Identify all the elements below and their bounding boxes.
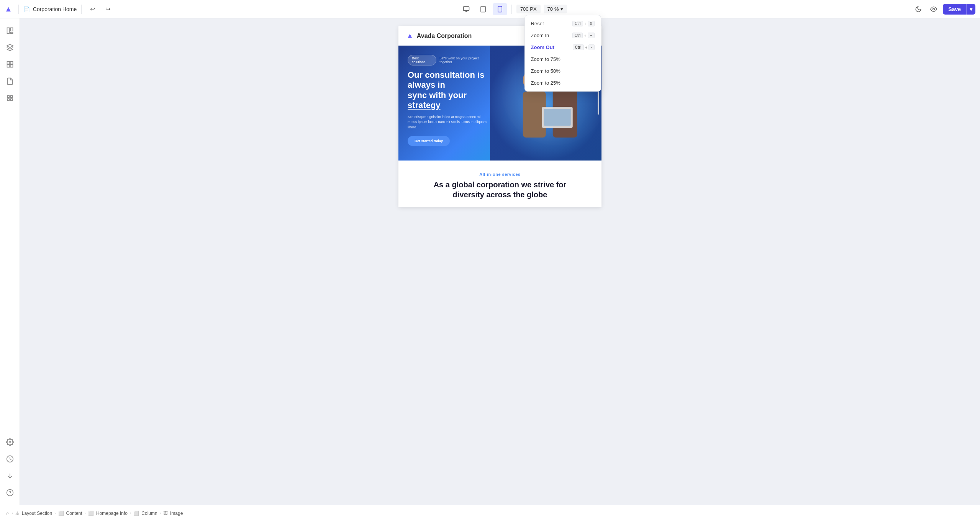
topbar-divider-1 xyxy=(18,5,19,14)
sidebar-item-elements[interactable] xyxy=(2,57,18,72)
preview-button[interactable] xyxy=(928,3,940,15)
breadcrumb-item-layout-section[interactable]: ⚠ Layout Section xyxy=(15,511,52,516)
sidebar-item-help[interactable] xyxy=(2,485,18,500)
sidebar xyxy=(0,18,20,505)
svg-rect-14 xyxy=(7,65,10,67)
breadcrumb-image-icon: 🖼 xyxy=(163,511,168,516)
save-button-group[interactable]: Save ▾ xyxy=(943,4,975,15)
save-button[interactable]: Save xyxy=(943,4,966,15)
file-icon: 📄 xyxy=(23,6,30,12)
mobile-view-button[interactable] xyxy=(493,3,507,15)
breadcrumb-homepage-label: Homepage Info xyxy=(96,511,128,516)
preview-logo-text: Avada Corporation xyxy=(417,33,472,39)
services-section: All-in-one services As a global corporat… xyxy=(398,161,601,207)
zoom-out[interactable]: Zoom Out Ctrl + - xyxy=(525,41,601,53)
svg-point-16 xyxy=(9,441,11,443)
zoom-chevron-icon: ▾ xyxy=(560,6,563,12)
svg-rect-9 xyxy=(10,28,13,31)
sidebar-item-pages[interactable] xyxy=(2,74,18,89)
zoom-75-label: Zoom to 75% xyxy=(531,56,560,62)
services-title: As a global corporation we strive for di… xyxy=(408,180,592,200)
breadcrumb-sep-3: › xyxy=(130,511,131,515)
topbar-divider-3 xyxy=(511,5,512,14)
dark-mode-button[interactable] xyxy=(912,3,924,15)
scroll-indicator xyxy=(598,92,599,115)
zoom-25[interactable]: Zoom to 25% xyxy=(525,77,601,89)
breadcrumb-item-content[interactable]: ⬜ Content xyxy=(58,511,82,516)
breadcrumb-content-label: Content xyxy=(66,511,82,516)
zoom-50[interactable]: Zoom to 50% xyxy=(525,65,601,77)
breadcrumb-content-icon: ⬜ xyxy=(58,511,64,516)
zoom-reset-label: Reset xyxy=(531,21,544,26)
breadcrumb-layout-icon: ⚠ xyxy=(15,511,20,516)
undo-button[interactable]: ↩ xyxy=(86,3,98,15)
hero-badge-text: Let's work on your project together xyxy=(439,56,490,64)
sidebar-item-layout[interactable] xyxy=(2,23,18,38)
breadcrumb-home-icon[interactable]: ⌂ xyxy=(6,510,9,516)
document-title: Corporation Home xyxy=(33,6,77,12)
hero-content: Best solutions Let's work on your projec… xyxy=(408,55,490,146)
breadcrumb-column-icon: ⬜ xyxy=(133,511,139,516)
svg-rect-27 xyxy=(544,109,570,126)
zoom-reset[interactable]: Reset Ctrl + 0 xyxy=(525,18,601,29)
logo-icon: ▲ xyxy=(5,5,12,13)
breadcrumb-item-homepage-info[interactable]: ⬜ Homepage Info xyxy=(88,511,128,516)
svg-rect-10 xyxy=(10,32,13,33)
breadcrumb-item-image[interactable]: 🖼 Image xyxy=(163,511,183,516)
topbar-center: 700 PX 70 % ▾ xyxy=(117,3,909,15)
redo-button[interactable]: ↪ xyxy=(102,3,114,15)
zoom-in[interactable]: Zoom In Ctrl + + xyxy=(525,29,601,41)
breadcrumb-sep-4: › xyxy=(160,511,161,515)
hero-cta-button[interactable]: Get started today xyxy=(408,136,450,146)
tablet-view-button[interactable] xyxy=(476,3,490,15)
breadcrumb-item-column[interactable]: ⬜ Column xyxy=(133,511,157,516)
zoom-in-label: Zoom In xyxy=(531,33,549,38)
sidebar-item-history[interactable] xyxy=(2,451,18,467)
zoom-out-label: Zoom Out xyxy=(531,44,554,50)
breadcrumb-sep-2: › xyxy=(85,511,86,515)
services-label: All-in-one services xyxy=(408,172,592,177)
zoom-unit: % xyxy=(554,6,559,12)
topbar-divider-2 xyxy=(81,5,82,14)
breadcrumb-homepage-icon: ⬜ xyxy=(88,511,94,516)
svg-rect-0 xyxy=(463,7,469,11)
breadcrumb-layout-label: Layout Section xyxy=(22,511,52,516)
hero-title: Our consultation is always in sync with … xyxy=(408,70,490,111)
svg-rect-15 xyxy=(10,65,13,67)
svg-marker-11 xyxy=(7,44,13,48)
zoom-dropdown: Reset Ctrl + 0 Zoom In Ctrl + + Zoom Out xyxy=(524,18,601,92)
hero-badge: Best solutions xyxy=(408,55,436,66)
breadcrumb-sep-0: › xyxy=(11,511,13,515)
sidebar-item-adjustments[interactable] xyxy=(2,468,18,483)
zoom-value: 70 xyxy=(547,6,553,12)
zoom-in-shortcut: Ctrl + + xyxy=(572,33,595,38)
canvas-area: ▲ Avada Corporation xyxy=(20,18,980,505)
zoom-50-label: Zoom to 50% xyxy=(531,68,560,74)
save-dropdown-button[interactable]: ▾ xyxy=(966,4,975,15)
zoom-75[interactable]: Zoom to 75% xyxy=(525,53,601,65)
app-logo: ▲ xyxy=(5,5,12,13)
main-layout: ▲ Avada Corporation xyxy=(0,18,980,505)
desktop-view-button[interactable] xyxy=(459,3,473,15)
sidebar-item-layers[interactable] xyxy=(2,40,18,55)
zoom-out-shortcut: Ctrl + - xyxy=(573,44,595,50)
zoom-reset-shortcut: Ctrl + 0 xyxy=(572,21,595,26)
preview-logo: ▲ Avada Corporation xyxy=(406,31,472,40)
svg-point-7 xyxy=(933,8,935,10)
zoom-25-label: Zoom to 25% xyxy=(531,80,560,86)
breadcrumb-image-label: Image xyxy=(170,511,183,516)
zoom-control[interactable]: 70 % ▾ xyxy=(544,5,567,13)
svg-rect-12 xyxy=(7,62,10,64)
topbar-right: Save ▾ xyxy=(912,3,975,15)
breadcrumb-column-label: Column xyxy=(141,511,157,516)
svg-rect-13 xyxy=(10,62,13,64)
hero-subtitle: Scelerisque dignissim in leo at magna do… xyxy=(408,115,490,130)
sidebar-item-templates[interactable] xyxy=(2,90,18,106)
topbar: ▲ 📄 Corporation Home ↩ ↪ 700 PX 70 % ▾ xyxy=(0,0,980,18)
hero-badge-row: Best solutions Let's work on your projec… xyxy=(408,55,490,66)
sidebar-bottom xyxy=(2,434,18,500)
sidebar-item-settings[interactable] xyxy=(2,434,18,450)
px-display: 700 PX xyxy=(516,5,541,13)
breadcrumb-sep-1: › xyxy=(54,511,56,515)
breadcrumb-bar: ⌂ › ⚠ Layout Section › ⬜ Content › ⬜ Hom… xyxy=(0,505,980,521)
